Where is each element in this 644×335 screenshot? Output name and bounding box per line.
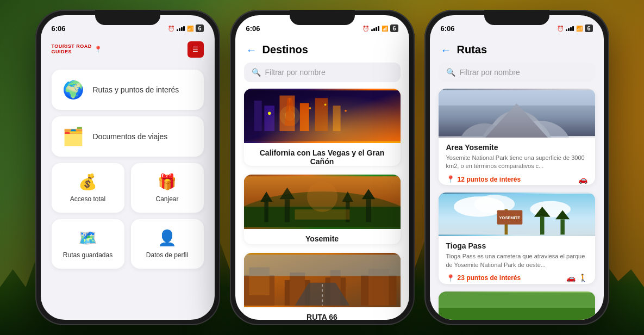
menu-card-redeem[interactable]: 🎁 Canjear <box>131 163 204 213</box>
globe-icon: 🌍 <box>62 79 84 100</box>
route-card-tioga[interactable]: YOSEMITE Tioga Pass Tioga Pass es una ca… <box>439 193 595 284</box>
svg-rect-52 <box>560 220 564 235</box>
route-points-tioga: 📍 23 puntos de interés <box>446 274 521 282</box>
car-icon-tioga: 🚗 <box>566 274 576 282</box>
svg-point-12 <box>309 107 311 109</box>
route-image-yosemite <box>439 89 595 138</box>
svg-marker-10 <box>289 98 291 110</box>
route-name-tioga: Tioga Pass <box>446 241 587 250</box>
gift-icon: 🎁 <box>157 173 178 191</box>
signal-icon2 <box>371 26 379 31</box>
menu-card-access[interactable]: 💰 Acceso total <box>52 163 124 213</box>
menu-card-documents-label: Documentos de viajes <box>93 132 168 141</box>
wifi-icon2: 📶 <box>382 26 388 32</box>
svg-rect-25 <box>366 199 371 222</box>
phones-container: 6:06 ⏰ 📶 6 <box>0 0 644 335</box>
vegas-image-svg <box>244 89 401 143</box>
location-pin-icon: 📍 <box>94 46 102 53</box>
phone2-status-icons: ⏰ 📶 6 <box>362 24 398 32</box>
menu-card-routes[interactable]: 🌍 Rutas y puntos de interés <box>52 70 204 110</box>
phone3-search-placeholder: Filtrar por nombre <box>460 68 520 77</box>
pin-icon-yosemite: 📍 <box>446 175 455 183</box>
header-action-button[interactable]: ☰ <box>187 41 204 58</box>
wifi-icon3: 📶 <box>576 26 583 32</box>
phone3-notch <box>484 10 549 25</box>
phone3-content: 6:06 ⏰ 📶 6 ← <box>430 15 604 320</box>
back-button-2[interactable]: ← <box>246 45 257 55</box>
dest-card-yosemite[interactable]: Yosemite (Contiene 1 itinerarios) <box>244 175 401 244</box>
brand-logo: TOURIST ROAD GUIDES 📍 <box>52 44 102 55</box>
phone3-route-list: Area Yosemite Yosemite National Park tie… <box>430 89 604 320</box>
menu-card-documents[interactable]: 🗂️ Documentos de viajes <box>52 116 204 157</box>
phone2-nav-header: ← Destinos <box>235 39 409 63</box>
route-points-label-tioga: 23 puntos de interés <box>458 274 521 282</box>
svg-text:YOSEMITE: YOSEMITE <box>499 216 520 221</box>
dest-card-route66[interactable]: RUTA 66 (Contiene 0 itinerarios) <box>244 253 401 320</box>
route-meta-tioga: 📍 23 puntos de interés 🚗 🚶 <box>446 274 587 282</box>
dest-image-vegas <box>244 89 401 143</box>
phone1-status-icons: ⏰ 📶 6 <box>168 24 203 32</box>
svg-marker-9 <box>284 98 295 126</box>
phone2-notch <box>290 10 355 25</box>
phone3-search-bar[interactable]: 🔍 Filtrar por nombre <box>439 63 595 82</box>
phone3-status-icons: ⏰ 📶 6 <box>557 24 592 32</box>
car-icon-yosemite: 🚗 <box>578 175 587 184</box>
menu-card-saved[interactable]: 🗺️ Rutas guardadas <box>52 219 124 269</box>
back-button-3[interactable]: ← <box>441 45 452 55</box>
passport-icon: 🗂️ <box>62 126 84 147</box>
money-icon: 💰 <box>77 173 99 191</box>
dest-name-yosemite: Yosemite <box>252 234 393 243</box>
svg-point-14 <box>345 110 347 112</box>
dest-card-yosemite-body: Yosemite (Contiene 1 itinerarios) <box>244 229 401 244</box>
svg-point-8 <box>284 111 295 121</box>
yosemite-image-svg <box>244 175 401 229</box>
menu-card-routes-label: Rutas y puntos de interés <box>93 85 179 94</box>
battery-icon3: 6 <box>585 24 592 32</box>
menu-card-profile-label: Datos de perfil <box>146 251 188 259</box>
battery-icon: 6 <box>196 24 203 32</box>
svg-rect-21 <box>284 199 289 222</box>
search-icon-3: 🔍 <box>446 68 455 77</box>
route-meta-yosemite: 📍 12 puntos de interés 🚗 <box>446 175 587 184</box>
phone-1: 6:06 ⏰ 📶 6 <box>35 10 220 325</box>
phone-3: 6:06 ⏰ 📶 6 ← <box>424 10 609 325</box>
route-card-partial[interactable] <box>439 291 595 320</box>
phone1-screen: 6:06 ⏰ 📶 6 <box>41 15 215 320</box>
partial-route-svg <box>439 291 595 320</box>
route-image-partial <box>439 291 595 320</box>
svg-rect-37 <box>244 255 401 276</box>
phone2-content: 6:06 ⏰ 📶 6 ← <box>235 15 409 320</box>
phone2-search-bar[interactable]: 🔍 Filtrar por nombre <box>244 63 401 82</box>
walk-icon-tioga: 🚶 <box>578 274 587 282</box>
phone3-screen: 6:06 ⏰ 📶 6 ← <box>430 15 604 320</box>
menu-card-profile[interactable]: 👤 Datos de perfil <box>131 219 204 269</box>
pin-icon-tioga: 📍 <box>446 274 455 282</box>
route-desc-yosemite: Yosemite National Park tiene una superfi… <box>446 154 587 171</box>
route-points-label-yosemite: 12 puntos de interés <box>458 176 521 183</box>
alarm-icon3: ⏰ <box>557 26 564 32</box>
svg-rect-3 <box>279 96 295 131</box>
phone1-header: TOURIST ROAD GUIDES 📍 ☰ <box>41 39 215 64</box>
tioga-route-svg: YOSEMITE <box>439 193 595 236</box>
route-name-yosemite: Area Yosemite <box>446 143 587 152</box>
route-desc-tioga: Tioga Pass es una carretera que atravies… <box>446 252 587 269</box>
svg-rect-27 <box>295 209 349 220</box>
dest-card-california[interactable]: California con Las Vegas y el Gran Cañón… <box>244 89 401 166</box>
dest-name-california: California con Las Vegas y el Gran Cañón <box>252 148 393 166</box>
svg-rect-5 <box>315 98 327 131</box>
phone3-nav-header: ← Rutas <box>430 39 604 63</box>
yosemite-route-svg <box>439 89 595 138</box>
phone2-time: 6:06 <box>246 24 260 33</box>
dest-image-yosemite <box>244 175 401 229</box>
transport-icons-tioga: 🚗 🚶 <box>566 274 587 282</box>
svg-rect-45 <box>439 90 595 106</box>
phone3-time: 6:06 <box>441 24 455 33</box>
svg-point-13 <box>324 104 326 106</box>
svg-rect-4 <box>299 103 309 131</box>
dest-image-route66 <box>244 253 401 307</box>
svg-rect-58 <box>439 308 595 320</box>
alarm-icon2: ⏰ <box>362 26 369 32</box>
route-card-yosemite[interactable]: Area Yosemite Yosemite National Park tie… <box>439 89 595 185</box>
route-card-tioga-body: Tioga Pass Tioga Pass es una carretera q… <box>439 236 595 284</box>
transport-icons-yosemite: 🚗 <box>578 175 587 184</box>
